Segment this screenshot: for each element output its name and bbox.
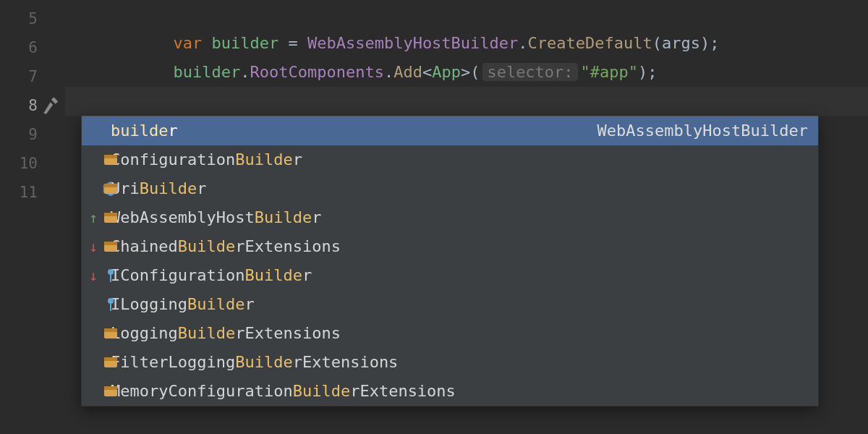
code-line[interactable]: builder.RootComponents.Add<App>(selector…: [65, 29, 868, 58]
svg-rect-18: [104, 386, 117, 390]
class-icon: [102, 180, 124, 197]
rank-up-icon: ↑: [86, 203, 101, 232]
class-icon: [102, 151, 124, 169]
svg-rect-4: [104, 184, 117, 187]
line-number[interactable]: 8: [0, 91, 38, 120]
svg-point-9: [108, 269, 114, 275]
class-icon: [102, 383, 124, 400]
svg-rect-14: [104, 328, 117, 332]
build-hammer-icon[interactable]: [42, 95, 62, 116]
svg-rect-12: [110, 304, 111, 311]
code-editor[interactable]: 5 6 7 8 9 10 11 var builder = WebAssembl…: [0, 0, 868, 434]
completion-item[interactable]: builder WebAssemblyHostBuilder: [82, 116, 818, 145]
gutter: 5 6 7 8 9 10 11: [0, 0, 65, 434]
completion-item[interactable]: ↑ WebAssemblyHostBuilder: [82, 203, 818, 232]
completion-item[interactable]: ↓ IConfigurationBuilder: [82, 261, 818, 290]
variable-icon: [102, 122, 124, 140]
interface-icon: [102, 296, 124, 313]
completion-item[interactable]: FilterLoggingBuilderExtensions: [82, 348, 818, 377]
class-icon: [102, 238, 124, 255]
svg-rect-6: [104, 213, 117, 216]
completion-item[interactable]: UriBuilder: [82, 174, 818, 203]
class-icon: [102, 209, 124, 226]
line-number[interactable]: 5: [0, 4, 38, 33]
code-line-active[interactable]: builde: [65, 87, 868, 116]
svg-point-11: [108, 298, 114, 304]
svg-rect-16: [104, 357, 117, 361]
completion-item[interactable]: ConfigurationBuilder: [82, 145, 818, 174]
autocomplete-popup[interactable]: builder WebAssemblyHostBuilder Configura…: [81, 116, 819, 407]
line-number[interactable]: 11: [0, 178, 38, 207]
completion-item[interactable]: MemoryConfigurationBuilderExtensions: [82, 377, 818, 406]
code-line[interactable]: var builder = WebAssemblyHostBuilder.Cre…: [65, 0, 868, 29]
rank-down-icon: ↓: [86, 232, 101, 261]
completion-type: WebAssemblyHostBuilder: [597, 116, 818, 145]
svg-rect-10: [110, 275, 111, 282]
line-number[interactable]: 9: [0, 120, 38, 149]
line-number[interactable]: 6: [0, 33, 38, 62]
svg-rect-8: [104, 242, 117, 245]
code-line[interactable]: builder.RootComponents.Add<HeadOutlet>(s…: [65, 58, 868, 87]
rank-down-icon: ↓: [86, 261, 101, 290]
line-number[interactable]: 7: [0, 62, 38, 91]
completion-item[interactable]: LoggingBuilderExtensions: [82, 319, 818, 348]
interface-icon: [102, 267, 124, 284]
svg-rect-2: [104, 155, 117, 158]
completion-item[interactable]: ↓ ChainedBuilderExtensions: [82, 232, 818, 261]
completion-item[interactable]: ILoggingBuilder: [82, 290, 818, 319]
class-icon: [102, 354, 124, 371]
class-icon: [102, 325, 124, 342]
line-number[interactable]: 10: [0, 149, 38, 178]
